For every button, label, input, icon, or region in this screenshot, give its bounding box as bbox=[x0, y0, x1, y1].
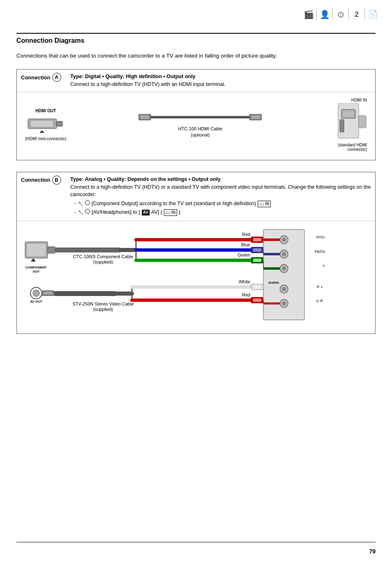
wrench-icon-2: 🔧 bbox=[78, 209, 83, 215]
svg-point-68 bbox=[282, 266, 286, 271]
svg-rect-35 bbox=[253, 248, 261, 252]
svg-text:White: White bbox=[239, 279, 250, 284]
svg-rect-11 bbox=[343, 111, 354, 117]
connection-a-text: Connection bbox=[21, 74, 51, 81]
setting2-text: [AV/Headphones] to [ bbox=[92, 209, 140, 216]
divider-1 bbox=[316, 9, 317, 20]
hdmi-mini-connector-label: (HDMI mini-connector) bbox=[25, 137, 67, 141]
av-badge: AV bbox=[142, 210, 150, 215]
svg-rect-15 bbox=[27, 244, 46, 256]
divider-4 bbox=[364, 9, 365, 20]
svg-text:Green: Green bbox=[238, 252, 250, 257]
svg-point-74 bbox=[282, 287, 286, 291]
divider-3 bbox=[348, 9, 349, 20]
connection-b-label: Connection B bbox=[21, 176, 66, 185]
svg-marker-17 bbox=[31, 258, 36, 262]
svg-rect-33 bbox=[253, 238, 261, 241]
svg-text:AV OUT: AV OUT bbox=[30, 300, 42, 303]
svg-point-59 bbox=[282, 238, 286, 242]
people-icon: 👤 bbox=[318, 7, 332, 21]
setting1-ref: 📖 96 bbox=[258, 201, 271, 207]
main-content: Connection Diagrams Connections that can… bbox=[16, 33, 376, 334]
camera-icon: 🎬 bbox=[302, 7, 316, 21]
svg-text:(supplied): (supplied) bbox=[93, 259, 113, 264]
connection-a-letter: A bbox=[52, 73, 61, 82]
svg-point-63 bbox=[282, 252, 286, 256]
svg-rect-5 bbox=[141, 116, 149, 119]
svg-text:(supplied): (supplied) bbox=[93, 307, 113, 312]
svg-rect-25 bbox=[55, 248, 121, 252]
setting-1: - 🔧 [Component Output] according to the … bbox=[74, 200, 371, 208]
svg-point-78 bbox=[282, 301, 286, 305]
book-icon: 📄 bbox=[366, 7, 380, 21]
connection-a-label: Connection A bbox=[21, 73, 66, 82]
diagram-b-svg: COMPONENT OUT AV OUT bbox=[21, 225, 366, 324]
svg-rect-16 bbox=[48, 247, 55, 253]
wrench-icon: 🔧 bbox=[78, 201, 83, 207]
svg-text:Pr/Cr: Pr/Cr bbox=[316, 235, 325, 239]
circle-icon-2 bbox=[85, 209, 90, 214]
svg-rect-8 bbox=[251, 116, 260, 119]
connection-a-box: Connection A Type: Digital • Quality: Hi… bbox=[16, 69, 376, 160]
svg-text:CTC-100/S Component Cable: CTC-100/S Component Cable bbox=[73, 254, 134, 259]
circle-dot-icon: ⊙ bbox=[334, 7, 348, 21]
svg-text:Y: Y bbox=[323, 264, 325, 268]
hdmi-in-device: HDMI IN (standard HDMI connector) bbox=[334, 98, 367, 152]
svg-point-21 bbox=[33, 290, 39, 296]
svg-text:OUT: OUT bbox=[33, 270, 40, 273]
hdmi-out-device: HDMI OUT (HDMI mini-connector) bbox=[25, 109, 67, 141]
setting2-suffix: AV] ( bbox=[151, 209, 162, 216]
hdmi-in-connector-svg bbox=[334, 103, 367, 140]
connection-b-box: Connection B Type: Analog • Quality: Dep… bbox=[16, 172, 376, 334]
connection-b-type: Type: Analog • Quality: Depends on the s… bbox=[70, 176, 221, 182]
connection-b-desc: Type: Analog • Quality: Depends on the s… bbox=[70, 176, 371, 218]
setting1-text: [Component Output] according to the TV s… bbox=[92, 200, 256, 208]
svg-rect-12 bbox=[340, 120, 344, 132]
svg-rect-6 bbox=[151, 116, 249, 118]
diagram-a: HDMI OUT (HDMI mini-connector) bbox=[17, 92, 375, 160]
section-title: Connection Diagrams bbox=[16, 37, 376, 44]
connection-b-text: Connection bbox=[21, 177, 51, 183]
svg-text:AUDIO: AUDIO bbox=[268, 281, 279, 285]
hdmi-out-label: HDMI OUT bbox=[36, 109, 56, 113]
hdmi-in-bottom-label: (standard HDMI connector) bbox=[338, 143, 367, 152]
connection-a-header: Connection A Type: Digital • Quality: Hi… bbox=[17, 69, 375, 92]
svg-rect-1 bbox=[30, 120, 53, 127]
connection-b-settings: - 🔧 [Component Output] according to the … bbox=[70, 200, 371, 216]
hdmi-cable-label: HTC-100 HDMI Cable (optional) bbox=[178, 126, 222, 139]
intro-text: Connections that can be used to connect … bbox=[16, 52, 376, 60]
setting2-ref: 📖 96 bbox=[164, 209, 177, 216]
connection-a-type: Type: Digital • Quality: High definition… bbox=[70, 74, 195, 79]
diagram-b: COMPONENT OUT AV OUT bbox=[17, 221, 375, 333]
svg-rect-13 bbox=[359, 116, 366, 128]
svg-rect-52 bbox=[253, 299, 261, 302]
hdmi-in-top-label: HDMI IN bbox=[351, 98, 367, 102]
circle-icon-1 bbox=[85, 200, 90, 205]
svg-text:Pb/Cb: Pb/Cb bbox=[315, 250, 325, 254]
svg-text:COMPONENT: COMPONENT bbox=[25, 266, 47, 269]
bottom-rule bbox=[16, 542, 376, 542]
svg-text:STV-250N Stereo Video Cable: STV-250N Stereo Video Cable bbox=[73, 301, 134, 306]
page-number: 79 bbox=[369, 548, 376, 555]
svg-rect-43 bbox=[54, 291, 116, 296]
hdmi-cable-svg bbox=[138, 111, 262, 123]
svg-rect-2 bbox=[57, 121, 62, 126]
svg-rect-37 bbox=[253, 259, 261, 262]
hdmi-cable-section: HTC-100 HDMI Cable (optional) bbox=[71, 111, 330, 139]
connection-b-letter: B bbox=[52, 176, 61, 185]
svg-text:Blue: Blue bbox=[241, 242, 250, 247]
connection-b-detail1: Connect to a high-definition TV (HDTV) o… bbox=[70, 183, 371, 199]
section-title-bar: Connection Diagrams bbox=[16, 33, 376, 44]
divider-2 bbox=[332, 9, 333, 20]
svg-rect-23 bbox=[44, 292, 52, 294]
hdmi-mini-connector-svg bbox=[27, 115, 64, 133]
top-icons-bar: 🎬 👤 ⊙ 2 📄 bbox=[302, 7, 380, 21]
setting-2: - 🔧 [AV/Headphones] to [ AV AV] ( 📖 96 ) bbox=[74, 209, 371, 216]
svg-text:⊙ R: ⊙ R bbox=[316, 299, 323, 303]
connection-a-detail: Connect to a high-definition TV (HDTV) w… bbox=[70, 81, 226, 88]
svg-text:Red: Red bbox=[242, 292, 250, 297]
svg-marker-3 bbox=[39, 130, 44, 133]
svg-text:⊖ L: ⊖ L bbox=[316, 285, 323, 289]
number-icon: 2 bbox=[350, 7, 364, 21]
svg-text:Red: Red bbox=[242, 232, 250, 237]
